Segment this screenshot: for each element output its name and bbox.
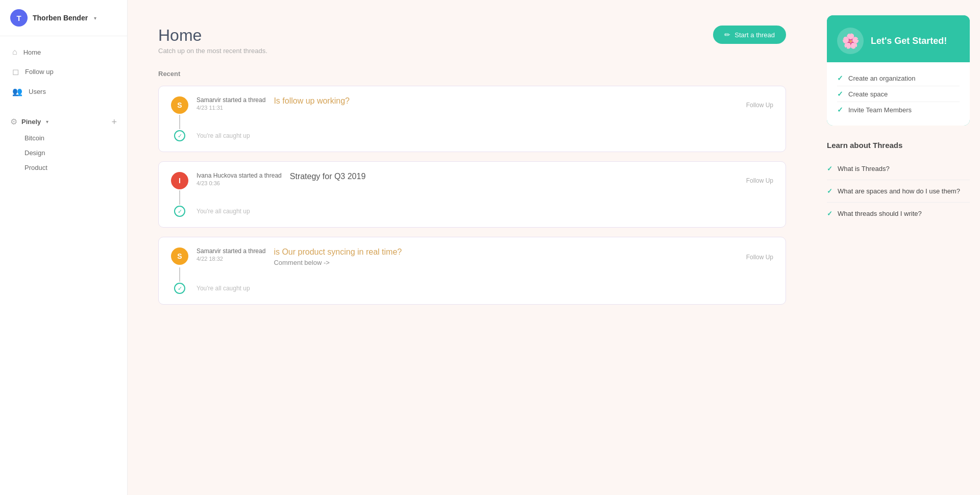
- workspace-chevron-icon: ▾: [46, 119, 48, 125]
- learn-title: Learn about Threads: [827, 141, 970, 150]
- sidebar-item-users[interactable]: 👥 Users: [0, 82, 127, 102]
- check-icon-3: ✓: [837, 106, 843, 114]
- learn-check-icon-1: ✓: [827, 165, 832, 172]
- learn-item-2[interactable]: ✓ What are spaces and how do I use them?: [827, 180, 970, 203]
- plant-icon: 🌸: [837, 28, 864, 54]
- thread-card-1: S Samarvir started a thread 4/23 11:31 I…: [158, 86, 786, 152]
- thread-meta-3: Samarvir started a thread 4/22 18:32: [197, 247, 265, 262]
- page-header: Home Catch up on the most recent threads…: [158, 26, 786, 55]
- caught-up-1: You're all caught up: [197, 132, 250, 141]
- learn-label-2: What are spaces and how do I use them?: [838, 187, 960, 195]
- sidebar: T Thorben Bender ▾ ⌂ Home ◻ Follow up 👥 …: [0, 0, 128, 495]
- start-thread-button[interactable]: ✏ Start a thread: [713, 26, 786, 44]
- thread-avatar-3: S: [171, 247, 188, 265]
- followup-icon: ◻: [12, 67, 19, 77]
- thread-top-2: I Ivana Huckova started a thread 4/23 0:…: [171, 172, 773, 189]
- sidebar-item-users-label: Users: [29, 88, 46, 95]
- sidebar-item-home[interactable]: ⌂ Home: [0, 42, 127, 62]
- thread-connector-3: ✓ You're all caught up: [171, 266, 773, 294]
- workspace-header[interactable]: ⚙ Pinely ▾ +: [0, 113, 127, 131]
- thread-title-1: Is follow up working?: [274, 96, 738, 106]
- thread-top-1: S Samarvir started a thread 4/23 11:31 I…: [171, 96, 773, 114]
- thread-connector-1: ✓ You're all caught up: [171, 114, 773, 141]
- learn-item-3[interactable]: ✓ What threads should I write?: [827, 203, 970, 225]
- get-started-card: 🌸 Let's Get Started! ✓ Create an organiz…: [827, 15, 970, 126]
- thread-meta-name-2: Ivana Huckova started a thread: [197, 172, 282, 179]
- workspace-title-row: ⚙ Pinely ▾: [10, 117, 48, 127]
- checklist-item-2: ✓ Create space: [837, 86, 960, 102]
- recent-label: Recent: [158, 70, 786, 78]
- thread-avatar-1: S: [171, 96, 188, 114]
- learn-check-icon-2: ✓: [827, 187, 832, 195]
- get-started-title: Let's Get Started!: [871, 36, 947, 46]
- connector-col-2: ✓: [171, 189, 188, 217]
- chevron-down-icon: ▾: [94, 15, 96, 21]
- space-design[interactable]: Design: [0, 145, 127, 160]
- sidebar-item-followup[interactable]: ◻ Follow up: [0, 62, 127, 82]
- user-name: Thorben Bender: [33, 14, 88, 22]
- right-panel: 🌸 Let's Get Started! ✓ Create an organiz…: [817, 0, 980, 495]
- thread-card-3: S Samarvir started a thread 4/22 18:32 i…: [158, 237, 786, 305]
- follow-up-btn-2[interactable]: Follow Up: [746, 177, 773, 184]
- user-avatar: T: [10, 9, 28, 27]
- sidebar-nav: ⌂ Home ◻ Follow up 👥 Users: [0, 36, 127, 108]
- thread-meta-2: Ivana Huckova started a thread 4/23 0:36: [197, 172, 282, 186]
- learn-label-1: What is Threads?: [838, 165, 890, 172]
- connector-col-1: ✓: [171, 114, 188, 141]
- thread-connector-2: ✓ You're all caught up: [171, 189, 773, 217]
- space-bitcoin[interactable]: Bitcoin: [0, 131, 127, 145]
- connector-check-3: ✓: [174, 283, 185, 294]
- thread-card-2: I Ivana Huckova started a thread 4/23 0:…: [158, 161, 786, 228]
- thread-title-3: is Our product syncing in real time?: [274, 247, 738, 257]
- learn-item-1[interactable]: ✓ What is Threads?: [827, 158, 970, 180]
- workspace-section: ⚙ Pinely ▾ + Bitcoin Design Product: [0, 108, 127, 184]
- thread-meta-1: Samarvir started a thread 4/23 11:31: [197, 96, 265, 111]
- users-icon: 👥: [12, 87, 22, 96]
- start-thread-label: Start a thread: [734, 31, 775, 39]
- page-title-block: Home Catch up on the most recent threads…: [158, 26, 267, 55]
- connector-check-2: ✓: [174, 206, 185, 217]
- space-product[interactable]: Product: [0, 160, 127, 175]
- checklist-label-1: Create an organization: [848, 75, 916, 82]
- caught-up-3: You're all caught up: [197, 285, 250, 294]
- checklist-label-2: Create space: [848, 90, 888, 98]
- thread-meta-name-1: Samarvir started a thread: [197, 96, 265, 104]
- caught-up-2: You're all caught up: [197, 208, 250, 217]
- thread-content-3: is Our product syncing in real time? Com…: [274, 247, 738, 266]
- checklist-item-1: ✓ Create an organization: [837, 70, 960, 86]
- thread-comment-3: Comment below ->: [274, 259, 738, 266]
- connector-line-2: [179, 190, 180, 205]
- follow-up-btn-1[interactable]: Follow Up: [746, 102, 773, 109]
- check-icon-1: ✓: [837, 74, 843, 82]
- thread-content-2: Strategy for Q3 2019: [290, 172, 738, 181]
- page-title: Home: [158, 26, 267, 45]
- connector-line-3: [179, 267, 180, 282]
- workspace-name: Pinely: [21, 118, 41, 126]
- thread-top-3: S Samarvir started a thread 4/22 18:32 i…: [171, 247, 773, 266]
- thread-meta-date-3: 4/22 18:32: [197, 256, 265, 262]
- pencil-icon: ✏: [724, 31, 730, 39]
- thread-title-2: Strategy for Q3 2019: [290, 172, 738, 181]
- thread-meta-name-3: Samarvir started a thread: [197, 247, 265, 255]
- add-space-button[interactable]: +: [111, 117, 117, 127]
- follow-up-btn-3[interactable]: Follow Up: [746, 254, 773, 261]
- learn-check-icon-3: ✓: [827, 210, 832, 217]
- connector-line-1: [179, 115, 180, 129]
- connector-check-1: ✓: [174, 130, 185, 141]
- get-started-header: 🌸 Let's Get Started!: [827, 15, 970, 62]
- sidebar-header[interactable]: T Thorben Bender ▾: [0, 0, 127, 36]
- home-icon: ⌂: [12, 47, 17, 57]
- thread-meta-date-1: 4/23 11:31: [197, 105, 265, 111]
- get-started-body: ✓ Create an organization ✓ Create space …: [827, 62, 970, 126]
- checklist-item-3: ✓ Invite Team Members: [837, 102, 960, 117]
- sidebar-item-home-label: Home: [23, 48, 41, 56]
- checklist-label-3: Invite Team Members: [848, 106, 912, 114]
- thread-avatar-2: I: [171, 172, 188, 189]
- check-icon-2: ✓: [837, 90, 843, 98]
- main-content: Home Catch up on the most recent threads…: [128, 0, 817, 495]
- plant-emoji: 🌸: [842, 33, 860, 50]
- page-subtitle: Catch up on the most recent threads.: [158, 47, 267, 55]
- connector-col-3: ✓: [171, 266, 188, 294]
- sidebar-item-followup-label: Follow up: [25, 68, 54, 76]
- workspace-icon: ⚙: [10, 117, 17, 127]
